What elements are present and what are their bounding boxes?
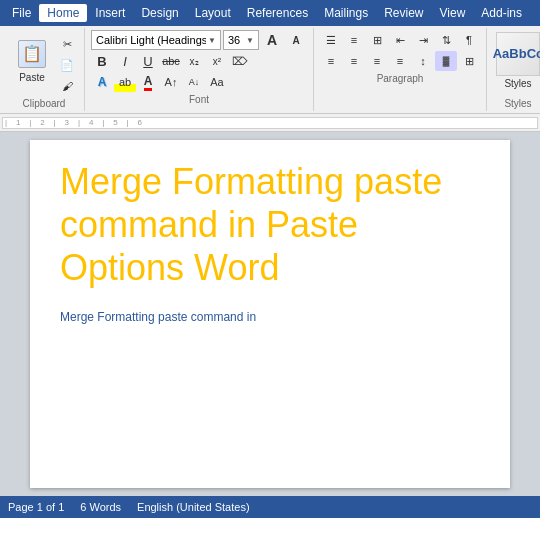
text-effect-button[interactable]: A — [91, 72, 113, 92]
language-status: English (United States) — [137, 501, 250, 513]
font-size-value: 36 — [228, 34, 240, 46]
paste-icon: 📋 — [16, 38, 48, 70]
shading-button[interactable]: ▓ — [435, 51, 457, 71]
paste-label: Paste — [19, 72, 45, 83]
font-name-value: Calibri Light (Headings) — [96, 34, 206, 46]
clipboard-label: Clipboard — [10, 96, 78, 109]
word-count: 6 Words — [80, 501, 121, 513]
font-size-selector[interactable]: 36 ▼ — [223, 30, 259, 50]
strikethrough-button[interactable]: abc — [160, 51, 182, 71]
copy-button[interactable]: 📄 — [56, 55, 78, 75]
paste-icon-graphic: 📋 — [18, 40, 46, 68]
bullets-button[interactable]: ☰ — [320, 30, 342, 50]
font-name-chevron: ▼ — [208, 36, 216, 45]
para-row1: ☰ ≡ ⊞ ⇤ ⇥ ⇅ ¶ — [320, 30, 480, 50]
ruler: | 1 | 2 | 3 | 4 | 5 | 6 — [0, 114, 540, 132]
font-size-chevron: ▼ — [246, 36, 254, 45]
menu-home[interactable]: Home — [39, 4, 87, 22]
superscript-button[interactable]: x² — [206, 51, 228, 71]
paragraph-content: ☰ ≡ ⊞ ⇤ ⇥ ⇅ ¶ ≡ ≡ ≡ ≡ ↕ ▓ ⊞ — [320, 30, 480, 71]
show-marks-button[interactable]: ¶ — [458, 30, 480, 50]
font-label: Font — [91, 92, 307, 105]
justify-button[interactable]: ≡ — [389, 51, 411, 71]
heading-text: Merge Formatting paste command in Paste … — [60, 160, 480, 290]
text-highlight-button[interactable]: ab — [114, 72, 136, 92]
font-row3: A ab A A↑ A↓ Aa — [91, 72, 307, 92]
clear-format-button[interactable]: ⌦ — [229, 51, 251, 71]
menu-layout[interactable]: Layout — [187, 4, 239, 22]
format-painter-button[interactable]: 🖌 — [56, 76, 78, 96]
paste-button[interactable]: 📋 Paste — [10, 30, 54, 90]
paragraph-label: Paragraph — [320, 71, 480, 84]
font-shrink-button[interactable]: A — [285, 30, 307, 50]
align-right-button[interactable]: ≡ — [366, 51, 388, 71]
clipboard-content: 📋 Paste ✂ 📄 🖌 — [10, 30, 78, 96]
styles-label: Styles — [504, 78, 531, 89]
decrease-indent-button[interactable]: ⇤ — [389, 30, 411, 50]
para-row2: ≡ ≡ ≡ ≡ ↕ ▓ ⊞ — [320, 51, 480, 71]
font-row2: B I U abc x₂ x² ⌦ — [91, 51, 307, 71]
ruler-inner: | 1 | 2 | 3 | 4 | 5 | 6 — [2, 117, 538, 129]
italic-button[interactable]: I — [114, 51, 136, 71]
subscript-button[interactable]: x₂ — [183, 51, 205, 71]
menu-addins[interactable]: Add-ins — [473, 4, 530, 22]
status-bar: Page 1 of 1 6 Words English (United Stat… — [0, 496, 540, 518]
menu-insert[interactable]: Insert — [87, 4, 133, 22]
body-text: Merge Formatting paste command in — [60, 310, 480, 324]
font-content: Calibri Light (Headings) ▼ 36 ▼ A A B I … — [91, 30, 307, 92]
font-row1: Calibri Light (Headings) ▼ 36 ▼ A A — [91, 30, 307, 50]
page-status: Page 1 of 1 — [8, 501, 64, 513]
font-case-button[interactable]: Aa — [206, 72, 228, 92]
font-color-button[interactable]: A — [137, 72, 159, 92]
styles-group: AaBbCc Styles Styles — [487, 28, 540, 111]
document-area: Merge Formatting paste command in Paste … — [0, 132, 540, 496]
styles-group-label: Styles — [493, 96, 540, 109]
underline-button[interactable]: U — [137, 51, 159, 71]
menu-bar: File Home Insert Design Layout Reference… — [0, 0, 540, 26]
cut-button[interactable]: ✂ — [56, 34, 78, 54]
styles-content: AaBbCc Styles — [493, 30, 540, 96]
numbering-button[interactable]: ≡ — [343, 30, 365, 50]
bold-button[interactable]: B — [91, 51, 113, 71]
menu-references[interactable]: References — [239, 4, 316, 22]
ribbon: 📋 Paste ✂ 📄 🖌 Clipboard Calibri Light (H… — [0, 26, 540, 114]
document-page[interactable]: Merge Formatting paste command in Paste … — [30, 140, 510, 488]
align-left-button[interactable]: ≡ — [320, 51, 342, 71]
menu-file[interactable]: File — [4, 4, 39, 22]
font-group: Calibri Light (Headings) ▼ 36 ▼ A A B I … — [85, 28, 314, 111]
clipboard-group: 📋 Paste ✂ 📄 🖌 Clipboard — [4, 28, 85, 111]
font-size-inc-button[interactable]: A↑ — [160, 72, 182, 92]
menu-design[interactable]: Design — [133, 4, 186, 22]
paragraph-group: ☰ ≡ ⊞ ⇤ ⇥ ⇅ ¶ ≡ ≡ ≡ ≡ ↕ ▓ ⊞ Paragraph — [314, 28, 487, 111]
sort-button[interactable]: ⇅ — [435, 30, 457, 50]
font-grow-button[interactable]: A — [261, 30, 283, 50]
align-center-button[interactable]: ≡ — [343, 51, 365, 71]
menu-review[interactable]: Review — [376, 4, 431, 22]
styles-button[interactable]: AaBbCc Styles — [493, 30, 540, 90]
line-spacing-button[interactable]: ↕ — [412, 51, 434, 71]
increase-indent-button[interactable]: ⇥ — [412, 30, 434, 50]
menu-mailings[interactable]: Mailings — [316, 4, 376, 22]
font-name-selector[interactable]: Calibri Light (Headings) ▼ — [91, 30, 221, 50]
border-button[interactable]: ⊞ — [458, 51, 480, 71]
multilevel-button[interactable]: ⊞ — [366, 30, 388, 50]
font-size-dec-button[interactable]: A↓ — [183, 72, 205, 92]
menu-view[interactable]: View — [432, 4, 474, 22]
